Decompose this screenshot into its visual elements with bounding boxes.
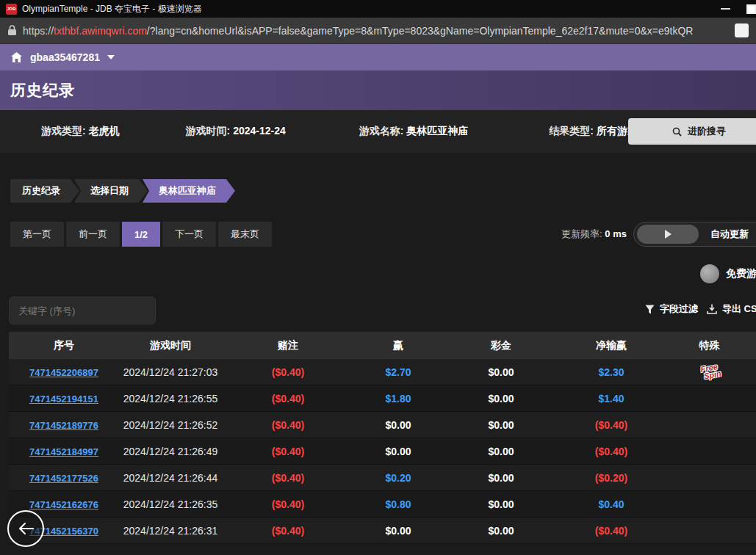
search-input[interactable] <box>9 297 156 324</box>
jackpot-cell: $0.00 <box>442 419 560 431</box>
user-nav-bar: gbaa35467281 <box>0 44 756 70</box>
filter-game-name: 游戏名称: 奥林匹亚神庙 <box>359 125 469 138</box>
round-id-link[interactable]: 7471452206897 <box>29 367 98 378</box>
back-button[interactable] <box>7 510 44 547</box>
round-id-link[interactable]: 7471452189776 <box>29 420 98 431</box>
maximize-icon[interactable] <box>746 4 756 14</box>
page-title-band: 历史纪录 <box>0 70 756 110</box>
jackpot-cell: $0.00 <box>442 498 560 510</box>
table-header-row: 序号 游戏时间 赌注 赢 彩金 净输赢 特殊 <box>9 332 756 359</box>
jackpot-cell: $0.00 <box>442 525 560 537</box>
table-row: 7471452156370 2024/12/24 21:26:31 ($0.40… <box>9 518 756 544</box>
minimize-icon[interactable] <box>721 8 730 10</box>
game-time-cell: 2024/12/24 21:26:35 <box>119 498 222 510</box>
bet-cell: ($0.40) <box>222 419 354 431</box>
table-toolbar: 字段过滤 导出 CSV <box>0 297 756 324</box>
win-cell: $2.70 <box>354 366 442 378</box>
round-id-link[interactable]: 7471452162676 <box>29 499 98 510</box>
username-label[interactable]: gbaa35467281 <box>30 51 100 63</box>
round-id-link[interactable]: 7471452177526 <box>29 473 98 484</box>
free-game-label: 免费游戏 <box>726 267 756 280</box>
browser-extension-icon[interactable] <box>735 23 749 37</box>
jackpot-cell: $0.00 <box>442 472 560 484</box>
col-header-time: 游戏时间 <box>119 339 222 352</box>
window-title: OlympianTemple - JDB 夺宝电子 - 极速浏览器 <box>22 3 202 15</box>
url-path: /?lang=cn&homeUrl&isAPP=false&gameType=8… <box>147 25 694 37</box>
col-header-jackpot: 彩金 <box>442 339 560 352</box>
free-game-icon <box>700 264 719 283</box>
refresh-rate: 更新频率: 0 ms <box>561 228 627 241</box>
win-cell: $0.00 <box>354 446 442 457</box>
game-time-cell: 2024/12/24 21:27:03 <box>119 366 222 378</box>
breadcrumb-game-name[interactable]: 奥林匹亚神庙 <box>143 179 235 203</box>
win-cell: $0.20 <box>354 472 442 484</box>
jackpot-cell: $0.00 <box>442 393 560 405</box>
filter-summary-bar: 游戏类型: 老虎机 游戏时间: 2024-12-24 游戏名称: 奥林匹亚神庙 … <box>0 110 756 153</box>
table-row: 7471452177526 2024/12/24 21:26:44 ($0.40… <box>9 465 756 491</box>
table-row: 7471452189776 2024/12/24 21:26:52 ($0.40… <box>9 412 756 438</box>
browser-window: JDB OlympianTemple - JDB 夺宝电子 - 极速浏览器 ht… <box>0 0 756 555</box>
net-cell: ($0.40) <box>560 525 663 537</box>
bet-cell: ($0.40) <box>222 446 354 457</box>
col-header-bet: 赌注 <box>222 339 354 352</box>
col-header-special: 特殊 <box>663 339 756 352</box>
win-cell: $0.00 <box>354 419 442 431</box>
game-time-cell: 2024/12/24 21:26:52 <box>119 419 222 431</box>
win-cell: $0.80 <box>354 498 442 510</box>
field-filter-button[interactable]: 字段过滤 <box>645 302 698 316</box>
magnifier-icon <box>672 127 682 137</box>
round-id-link[interactable]: 7471452184997 <box>29 446 98 457</box>
bet-cell: ($0.40) <box>222 498 354 510</box>
table-row: 7471452184997 2024/12/24 21:26:49 ($0.40… <box>9 438 756 465</box>
chevron-down-icon[interactable] <box>107 55 115 59</box>
bet-cell: ($0.40) <box>222 366 354 378</box>
col-header-win: 赢 <box>354 339 442 352</box>
net-cell: ($0.20) <box>560 472 663 484</box>
url-text[interactable]: https://txthbf.awimqwri.com/?lang=cn&hom… <box>23 25 693 37</box>
special-cell: FreeSpin <box>663 364 756 380</box>
prev-page-button[interactable]: 前一页 <box>66 222 120 247</box>
page-title: 历史纪录 <box>10 80 75 101</box>
address-bar[interactable]: https://txthbf.awimqwri.com/?lang=cn&hom… <box>0 18 756 44</box>
first-page-button[interactable]: 第一页 <box>10 222 64 247</box>
auto-update-label: 自动更新 <box>710 228 749 241</box>
net-cell: $0.40 <box>560 498 663 510</box>
net-cell: $2.30 <box>560 366 663 378</box>
advanced-search-button[interactable]: 进阶搜寻 <box>628 118 756 145</box>
jackpot-cell: $0.00 <box>442 366 560 378</box>
bet-cell: ($0.40) <box>222 525 354 537</box>
table-row: 7471452194151 2024/12/24 21:26:55 ($0.40… <box>9 385 756 412</box>
funnel-icon <box>645 305 655 314</box>
breadcrumb: 历史纪录 选择日期 奥林匹亚神庙 <box>10 179 756 203</box>
breadcrumb-history[interactable]: 历史纪录 <box>10 179 79 203</box>
net-cell: ($0.40) <box>560 446 663 457</box>
free-spin-badge: FreeSpin <box>697 362 721 380</box>
play-icon <box>665 230 672 239</box>
round-id-link[interactable]: 7471452194151 <box>29 393 98 405</box>
breadcrumb-select-date[interactable]: 选择日期 <box>74 179 148 203</box>
game-time-cell: 2024/12/24 21:26:44 <box>119 472 222 484</box>
win-cell: $0.00 <box>354 525 442 537</box>
home-icon[interactable] <box>10 51 23 63</box>
filter-result-type: 结果类型: 所有游戏 <box>549 125 638 138</box>
col-header-net: 净输赢 <box>560 339 663 352</box>
game-time-cell: 2024/12/24 21:26:55 <box>119 393 222 405</box>
table-row: 7471452206897 2024/12/24 21:27:03 ($0.40… <box>9 359 756 385</box>
free-game-filter[interactable]: 免费游戏 <box>700 264 756 283</box>
bet-cell: ($0.40) <box>222 393 354 405</box>
play-button[interactable] <box>637 225 699 244</box>
filter-game-type: 游戏类型: 老虎机 <box>41 125 120 138</box>
last-page-button[interactable]: 最末页 <box>218 222 272 247</box>
current-page-indicator[interactable]: 1/2 <box>122 222 160 247</box>
next-page-button[interactable]: 下一页 <box>162 222 216 247</box>
filter-game-date: 游戏时间: 2024-12-24 <box>186 125 286 138</box>
download-icon <box>707 304 717 314</box>
arrow-left-icon <box>18 522 34 535</box>
url-protocol: https:// <box>23 25 54 37</box>
auto-update-toggle[interactable]: 自动更新 <box>633 222 756 247</box>
free-game-row: 免费游戏 <box>0 264 756 285</box>
pagination-bar: 第一页 前一页 1/2 下一页 最末页 更新频率: 0 ms 自动更新 <box>10 222 756 247</box>
export-csv-button[interactable]: 导出 CSV <box>707 302 756 316</box>
game-time-cell: 2024/12/24 21:26:49 <box>119 446 222 457</box>
jdb-favicon-icon: JDB <box>6 4 17 15</box>
